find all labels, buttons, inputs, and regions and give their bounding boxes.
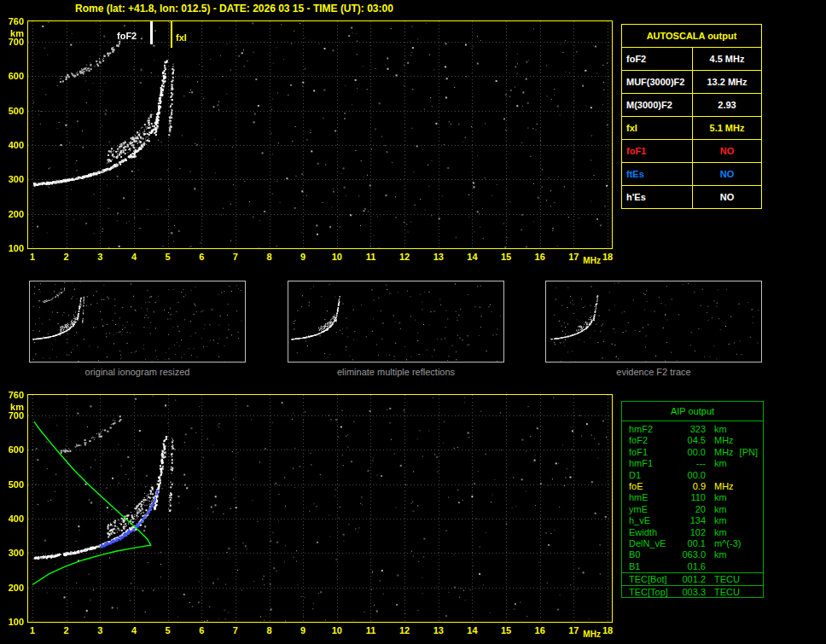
iono2-xtick-7: 7 <box>227 625 244 636</box>
thumbnail-original-ionogram <box>29 281 246 363</box>
aip-tec-unit: TECU <box>714 573 740 585</box>
iono1-xtick-15: 15 <box>497 252 515 263</box>
fxI-marker-line <box>171 21 172 48</box>
autoscala-table-rows: foF24.5 MHzMUF(3000)F213.2 MHzM(3000)F22… <box>622 48 761 208</box>
thumbnail-caption-f2-trace: evidence F2 trace <box>545 367 762 377</box>
autoscala-row-foF2: foF24.5 MHz <box>622 48 761 71</box>
iono2-xtick-2: 2 <box>58 625 75 636</box>
aip-table-rows: hmF2323kmfoF204.5MHzfoF100.0MHz[PN]hmF1-… <box>622 421 763 572</box>
aip-row-unit: MHz <box>714 435 734 446</box>
iono2-ytick-200: 200 <box>0 583 24 594</box>
iono2-xtick-15: 15 <box>497 625 515 636</box>
iono1-xtick-4: 4 <box>125 252 143 263</box>
iono2-ytick-600: 600 <box>0 444 24 455</box>
iono1-xtick-7: 7 <box>227 252 244 263</box>
iono1-ytick-300: 300 <box>0 174 24 185</box>
aip-output-table: AIP output hmF2323kmfoF204.5MHzfoF100.0M… <box>621 401 764 598</box>
aip-row-value: 134 <box>677 515 706 526</box>
ionogram-bottom-plot <box>27 394 613 623</box>
iono1-ytick-100: 100 <box>0 243 24 254</box>
aip-row-DelN_vE: DelN_vE00.1m^(-3) <box>622 538 763 549</box>
iono2-xlabel-mhz: MHz <box>583 629 601 640</box>
aip-row-value: 00.0 <box>677 447 706 458</box>
aip-row-label: h_vE <box>629 515 677 526</box>
aip-tec-label: TEC[Bot] <box>629 573 677 585</box>
autoscala-row-foF1: foF1NO <box>622 140 761 163</box>
aip-row-label: foF1 <box>629 447 677 458</box>
autoscala-row-label: MUF(3000)F2 <box>622 71 693 93</box>
iono2-ylabel-km: km <box>0 402 24 413</box>
aip-row-foF2: foF204.5MHz <box>622 435 763 446</box>
autoscala-row-value: 5.1 MHz <box>693 117 761 139</box>
aip-row-unit: MHz <box>714 447 734 458</box>
iono2-xtick-12: 12 <box>396 625 413 636</box>
aip-row-value: 01.6 <box>677 561 706 572</box>
fxI-marker-label: fxI <box>176 32 187 43</box>
iono2-xtick-9: 9 <box>294 625 311 636</box>
thumbnail-f2-trace <box>545 281 762 363</box>
aip-row-label: hmE <box>629 492 677 503</box>
iono1-ytick-200: 200 <box>0 209 24 220</box>
iono1-xlabel-mhz: MHz <box>583 255 601 266</box>
thumbnail-caption-original: original ionogram resized <box>29 367 246 377</box>
autoscala-row-value: NO <box>693 186 761 208</box>
iono1-xtick-14: 14 <box>463 252 480 263</box>
aip-row-foE: foE0.9MHz <box>622 481 763 492</box>
aip-row-unit: km <box>714 515 727 526</box>
aip-row-unit: m^(-3) <box>714 538 741 549</box>
aip-tec-row-TEC[Bot]: TEC[Bot]001.2TECU <box>622 572 763 585</box>
iono2-ytick-760: 760 <box>0 390 24 401</box>
iono1-xtick-11: 11 <box>362 252 379 263</box>
iono2-xtick-11: 11 <box>362 625 379 636</box>
iono1-xtick-5: 5 <box>160 252 177 263</box>
autoscala-row-label: foF1 <box>622 140 693 162</box>
iono1-xtick-17: 17 <box>565 252 582 263</box>
autoscala-row-value: 13.2 MHz <box>693 71 761 93</box>
aip-row-value: 323 <box>677 424 706 435</box>
aip-row-label: D1 <box>629 470 677 481</box>
aip-row-ymE: ymE20km <box>622 504 763 515</box>
aip-row-label: Ewidth <box>629 527 677 538</box>
aip-row-foF1: foF100.0MHz[PN] <box>622 447 763 458</box>
aip-row-hmF2: hmF2323km <box>622 424 763 435</box>
iono2-xtick-16: 16 <box>532 625 549 636</box>
autoscala-row-label: foF2 <box>622 48 693 70</box>
aip-row-value: 102 <box>677 527 706 538</box>
aip-row-hmF1: hmF1---km <box>622 458 763 469</box>
aip-tec-unit: TECU <box>714 586 740 598</box>
autoscala-row-label: M(3000)F2 <box>622 94 693 116</box>
aip-row-note: [PN] <box>740 447 758 458</box>
iono2-xtick-10: 10 <box>329 625 346 636</box>
aip-row-unit: km <box>714 527 727 538</box>
thumbnail-f2-trace-canvas <box>546 281 761 362</box>
aip-row-label: hmF1 <box>629 458 677 469</box>
aip-row-Ewidth: Ewidth102km <box>622 527 763 538</box>
autoscala-output-table: AUTOSCALA output foF24.5 MHzMUF(3000)F21… <box>621 24 762 209</box>
aip-row-h_vE: h_vE134km <box>622 515 763 526</box>
iono2-xtick-5: 5 <box>160 625 177 636</box>
aip-row-B1: B101.6 <box>622 561 763 572</box>
aip-tec-row-TEC[Top]: TEC[Top]003.3TECU <box>622 585 763 598</box>
iono2-ytick-300: 300 <box>0 548 24 559</box>
iono2-xtick-17: 17 <box>565 625 582 636</box>
autoscala-row-M(3000)F2: M(3000)F22.93 <box>622 94 761 117</box>
aip-row-unit: km <box>714 492 727 503</box>
iono1-ytick-500: 500 <box>0 106 24 117</box>
foF2-marker-label: foF2 <box>117 31 137 41</box>
iono2-xtick-3: 3 <box>91 625 108 636</box>
aip-tec-label: TEC[Top] <box>629 586 677 598</box>
foF2-marker-line <box>150 21 153 44</box>
iono1-ytick-600: 600 <box>0 71 24 82</box>
aip-tec-value: 001.2 <box>677 573 706 585</box>
aip-row-hmE: hmE110km <box>622 492 763 503</box>
iono2-xtick-4: 4 <box>125 625 143 636</box>
aip-row-value: 0.9 <box>677 481 706 492</box>
iono1-xtick-6: 6 <box>193 252 210 263</box>
aip-row-value: 063.0 <box>677 549 706 560</box>
aip-row-label: DelN_vE <box>629 538 677 549</box>
autoscala-row-value: NO <box>693 140 761 162</box>
iono1-xtick-12: 12 <box>396 252 413 263</box>
aip-row-value: --- <box>677 458 706 469</box>
autoscala-row-label: h'Es <box>622 186 693 208</box>
autoscala-window: Rome (lat: +41.8, lon: 012.5) - DATE: 20… <box>0 0 826 644</box>
